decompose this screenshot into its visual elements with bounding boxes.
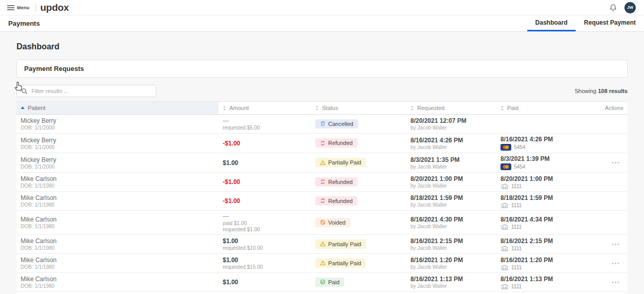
sort-icon — [223, 105, 226, 111]
table-row[interactable]: Mike Carlson DOB: 1/1/1980 $1.00 request… — [16, 235, 628, 254]
column-header-patient[interactable]: Patient — [16, 102, 219, 114]
card-last4: 1111 — [511, 284, 522, 289]
table-row[interactable]: Mike Carlson DOB: 1/1/1980 -$1.00 Refund… — [16, 192, 628, 211]
filter-input[interactable] — [31, 88, 152, 94]
menu-label: Menu — [17, 5, 29, 10]
patient-name: Mike Carlson — [21, 175, 214, 182]
table-row[interactable]: Mickey Berry DOB: 1/1/2000 — requested $… — [16, 115, 628, 134]
requested-by: by Jacob Waller — [410, 283, 492, 289]
paid-date: 8/16/2021 2:15 PM — [500, 237, 593, 245]
bank-account-icon — [500, 246, 509, 251]
warning-triangle-icon — [320, 241, 326, 247]
card-last4: 1111 — [511, 224, 522, 230]
tab-bar: Dashboard Request Payment — [527, 15, 644, 31]
top-bar-left: Menu updox — [5, 3, 69, 12]
patient-name: Mike Carlson — [21, 237, 214, 245]
patient-name: Mike Carlson — [21, 256, 214, 264]
amount-value: — — [223, 117, 307, 124]
status-label: Refunded — [328, 198, 353, 204]
status-badge: Cancelled — [315, 119, 358, 128]
amount-value: — — [223, 213, 307, 220]
sort-icon — [410, 105, 414, 111]
amount-value: $1.00 — [223, 279, 307, 286]
paid-date: 8/18/2021 1:59 PM — [500, 194, 593, 201]
column-header-status[interactable]: Status — [311, 102, 406, 114]
table-row[interactable]: Mike Carlson DOB: 1/1/1980 -$1.00 Refund… — [16, 173, 628, 192]
table-header-row: Patient Amount Status Requested Paid Act… — [16, 101, 628, 115]
void-circle-icon — [320, 219, 326, 225]
amount-note: requested $10.00 — [223, 245, 307, 251]
divider — [35, 4, 36, 12]
patient-dob: DOB: 1/1/1980 — [21, 183, 214, 189]
amount-value: -$1.00 — [223, 140, 307, 147]
requested-date: 8/20/2021 1:00 PM — [410, 175, 492, 182]
refund-icon — [320, 198, 326, 204]
refund-icon — [320, 179, 326, 185]
sort-ascending-icon — [21, 106, 25, 110]
table-row[interactable]: Mike Carlson DOB: 1/1/1980 $1.00 request… — [16, 254, 628, 273]
tab-dashboard[interactable]: Dashboard — [527, 15, 576, 31]
top-bar-right: JW — [609, 2, 639, 13]
requested-date: 8/16/2021 2:15 PM — [410, 237, 492, 245]
tab-request-payment[interactable]: Request Payment — [576, 15, 644, 31]
status-badge: Refunded — [315, 196, 357, 206]
patient-dob: DOB: 1/1/2000 — [21, 144, 214, 150]
patient-dob: DOB: 1/1/1980 — [21, 264, 214, 270]
requested-by: by Jacob Waller — [410, 264, 492, 270]
status-label: Voided — [328, 219, 346, 226]
table-row[interactable]: Mike Carlson DOB: 1/1/1980 $1.00 Paid 8/… — [16, 273, 628, 292]
column-header-requested[interactable]: Requested — [406, 102, 496, 114]
table-row[interactable]: Mike Carlson 8/16/2021 12:43 PM — [16, 292, 628, 294]
column-header-paid[interactable]: Paid — [496, 102, 597, 114]
mastercard-icon — [500, 144, 511, 151]
results-prefix: Showing — [575, 88, 596, 94]
updox-logo[interactable]: updox — [40, 3, 69, 12]
warning-triangle-icon — [320, 260, 326, 266]
main-content: Dashboard Payment Requests Showing 108 r… — [0, 32, 644, 294]
patient-name: Mickey Berry — [21, 137, 214, 144]
requested-date: 8/16/2021 4:26 PM — [410, 137, 492, 144]
paid-date: 8/16/2021 4:34 PM — [500, 216, 593, 223]
amount-note: requested $5.00 — [223, 125, 307, 131]
paid-date: 8/16/2021 4:26 PM — [500, 136, 593, 143]
status-badge: Partially Paid — [315, 240, 366, 249]
column-header-amount[interactable]: Amount — [219, 102, 311, 114]
status-label: Partially Paid — [328, 241, 361, 247]
patient-dob: DOB: 1/1/2000 — [21, 164, 214, 170]
status-badge: Voided — [315, 218, 350, 227]
menu-button[interactable]: Menu — [5, 5, 31, 10]
status-badge: Refunded — [315, 138, 357, 148]
refund-icon — [320, 140, 326, 146]
amount-value: -$1.00 — [223, 178, 307, 186]
user-avatar[interactable]: JW — [624, 2, 636, 13]
row-actions-button[interactable]: ••• — [597, 160, 628, 166]
patient-name: Mickey Berry — [21, 156, 214, 163]
requested-by: by Jacob Waller — [410, 224, 492, 229]
notifications-button[interactable] — [609, 4, 617, 12]
bank-account-icon — [500, 203, 509, 208]
requested-date: 8/18/2021 1:59 PM — [410, 194, 492, 201]
patient-dob: DOB: 1/1/1980 — [21, 224, 214, 229]
table-row[interactable]: Mike Carlson DOB: 1/1/1980 — paid $1.00 … — [16, 211, 628, 235]
requested-by: by Jacob Waller — [410, 202, 492, 208]
column-header-actions: Actions — [597, 102, 628, 114]
amount-note: paid $1.00 — [223, 220, 307, 226]
amount-value: $1.00 — [223, 237, 307, 245]
table-row[interactable]: Mickey Berry DOB: 1/1/2000 -$1.00 Refund… — [16, 134, 628, 153]
status-label: Paid — [328, 279, 339, 285]
card-last4: 1111 — [511, 203, 522, 208]
row-actions-button[interactable]: ••• — [597, 280, 628, 285]
status-label: Partially Paid — [328, 260, 361, 266]
status-badge: Refunded — [315, 177, 357, 187]
results-count: Showing 108 results — [575, 88, 628, 94]
card-last4: 1111 — [511, 265, 522, 270]
row-actions-button[interactable]: ••• — [597, 242, 628, 247]
status-label: Refunded — [328, 179, 353, 185]
table-row[interactable]: Mickey Berry DOB: 1/1/2000 $1.00 Partial… — [16, 153, 628, 173]
search-icon — [21, 88, 28, 95]
hamburger-menu-icon — [7, 5, 14, 10]
bank-account-icon — [500, 224, 509, 230]
row-actions-button[interactable]: ••• — [597, 261, 628, 266]
patient-name: Mike Carlson — [21, 216, 214, 223]
sort-icon — [500, 105, 504, 111]
